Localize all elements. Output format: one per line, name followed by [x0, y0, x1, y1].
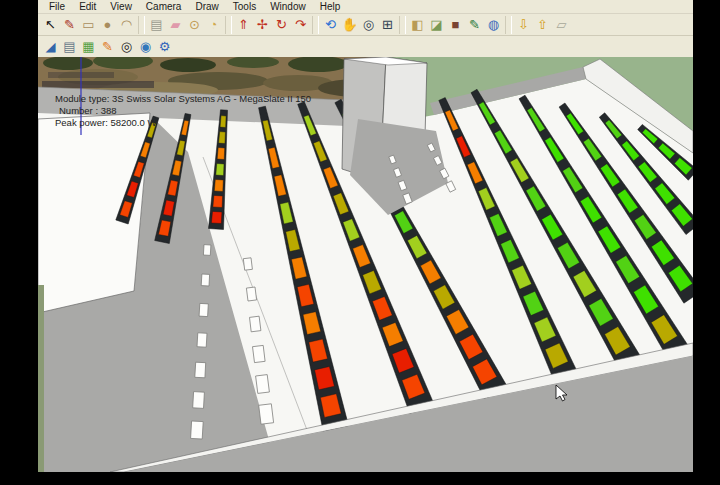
wall-face — [38, 113, 150, 313]
skelion-irradiation-chart-tool[interactable]: ▦ — [79, 37, 98, 56]
sketchup-window: FileEditViewCameraDrawToolsWindowHelp ↖✎… — [38, 0, 693, 472]
line-tool[interactable]: ✎ — [60, 15, 79, 34]
arc-tool[interactable]: ◠ — [117, 15, 136, 34]
illegible-watermark-text — [42, 81, 154, 88]
main-toolbar: ↖✎▭●◠▤▰⊙◔⇑✢↻↷⟲✋◎⊞◧◪■✎◍⇩⇧▱ — [38, 14, 693, 36]
orbit-tool[interactable]: ⟲ — [321, 15, 340, 34]
component-sheet-tool[interactable]: ▱ — [552, 15, 571, 34]
add-location-tool[interactable]: ◧ — [408, 15, 427, 34]
skelion-target-tool[interactable]: ◎ — [117, 37, 136, 56]
toggle-terrain-tool[interactable]: ◪ — [427, 15, 446, 34]
toolbar-separator — [138, 16, 145, 34]
toolbar-separator — [312, 16, 319, 34]
zoom-tool[interactable]: ◎ — [359, 15, 378, 34]
google-earth-tool[interactable]: ◍ — [484, 15, 503, 34]
get-models-tool[interactable]: ⇩ — [514, 15, 533, 34]
ground-sliver — [38, 285, 44, 472]
tape-measure-tool[interactable]: ⊙ — [185, 15, 204, 34]
menu-file[interactable]: File — [42, 0, 72, 13]
move-tool[interactable]: ✢ — [253, 15, 272, 34]
toolbar-separator — [505, 16, 512, 34]
skelion-earth-tool[interactable]: ◉ — [136, 37, 155, 56]
skelion-insert-tool[interactable]: ◢ — [41, 37, 60, 56]
follow-me-tool[interactable]: ↷ — [291, 15, 310, 34]
screen: FileEditViewCameraDrawToolsWindowHelp ↖✎… — [0, 0, 720, 485]
plugin-toolbar: ◢▤▦✎◎◉⚙ — [38, 36, 693, 58]
sandbox-tool[interactable]: ✎ — [465, 15, 484, 34]
eraser-tool[interactable]: ▰ — [166, 15, 185, 34]
rectangle-tool[interactable]: ▭ — [79, 15, 98, 34]
overlay-module-type: Module type: 3S Swiss Solar Systems AG -… — [55, 93, 311, 104]
menu-edit[interactable]: Edit — [72, 0, 103, 13]
toolbar-separator — [399, 16, 406, 34]
make-component-tool[interactable]: ▤ — [147, 15, 166, 34]
skelion-draw-tool[interactable]: ✎ — [98, 37, 117, 56]
rotate-tool[interactable]: ↻ — [272, 15, 291, 34]
menu-bar: FileEditViewCameraDrawToolsWindowHelp — [38, 0, 693, 14]
overlay-module-count: Number : 388 — [59, 105, 117, 116]
menu-draw[interactable]: Draw — [188, 0, 225, 13]
overlay-peak-power: Peak power: 58200.0 W — [55, 117, 156, 128]
menu-view[interactable]: View — [103, 0, 139, 13]
skelion-array-tool[interactable]: ▤ — [60, 37, 79, 56]
menu-tools[interactable]: Tools — [226, 0, 263, 13]
protractor-tool[interactable]: ◔ — [204, 15, 223, 34]
menu-window[interactable]: Window — [263, 0, 313, 13]
zoom-extents-tool[interactable]: ⊞ — [378, 15, 397, 34]
menu-help[interactable]: Help — [313, 0, 348, 13]
menu-camera[interactable]: Camera — [139, 0, 189, 13]
3d-viewport[interactable]: Module type: 3S Swiss Solar Systems AG -… — [38, 57, 693, 472]
circle-tool[interactable]: ● — [98, 15, 117, 34]
toolbar-separator — [225, 16, 232, 34]
photo-texture-tool[interactable]: ■ — [446, 15, 465, 34]
skelion-settings-tool[interactable]: ⚙ — [155, 37, 174, 56]
select-tool[interactable]: ↖ — [41, 15, 60, 34]
share-models-tool[interactable]: ⇧ — [533, 15, 552, 34]
push-pull-tool[interactable]: ⇑ — [234, 15, 253, 34]
pan-tool[interactable]: ✋ — [340, 15, 359, 34]
